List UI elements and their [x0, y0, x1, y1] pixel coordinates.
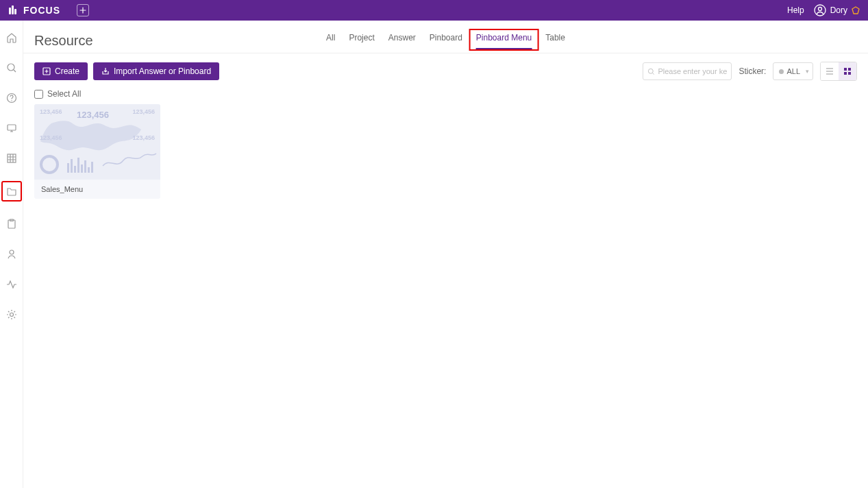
- help-link[interactable]: Help: [787, 5, 804, 15]
- sidebar-user-icon[interactable]: [4, 247, 19, 262]
- search-input[interactable]: [658, 67, 727, 75]
- svg-rect-23: [74, 166, 76, 173]
- left-sidebar: [0, 21, 23, 488]
- sticker-dot-icon: [779, 69, 784, 74]
- select-all-checkbox[interactable]: [34, 90, 43, 99]
- svg-rect-21: [67, 163, 69, 173]
- svg-point-4: [818, 8, 821, 11]
- svg-point-5: [8, 64, 14, 71]
- create-label: Create: [55, 66, 79, 76]
- svg-point-13: [10, 313, 13, 317]
- sidebar-resource-icon[interactable]: [1, 181, 22, 202]
- svg-rect-17: [848, 68, 851, 71]
- svg-rect-18: [844, 72, 847, 75]
- import-button[interactable]: Import Answer or Pinboard: [93, 62, 219, 80]
- resource-card[interactable]: 123,456 123,456 123,456 123,456 123,456 …: [34, 104, 160, 199]
- svg-rect-28: [91, 162, 93, 173]
- sidebar-home-icon[interactable]: [4, 30, 19, 45]
- user-name: Dory: [830, 5, 847, 15]
- resource-tabs: All Project Answer Pinboard Pinboard Men…: [319, 29, 572, 51]
- search-icon: [647, 68, 655, 75]
- svg-rect-16: [844, 68, 847, 71]
- tab-project[interactable]: Project: [342, 29, 381, 51]
- svg-rect-24: [77, 158, 79, 173]
- svg-rect-0: [9, 8, 11, 14]
- svg-rect-27: [88, 167, 90, 173]
- svg-rect-19: [848, 72, 851, 75]
- sidebar-activity-icon[interactable]: [4, 277, 19, 292]
- svg-rect-8: [8, 125, 16, 130]
- tab-pinboard[interactable]: Pinboard: [423, 29, 469, 51]
- page-header: Resource All Project Answer Pinboard Pin…: [23, 21, 868, 53]
- search-input-wrap[interactable]: [643, 62, 732, 80]
- tab-answer[interactable]: Answer: [382, 29, 423, 51]
- sticker-label: Sticker:: [739, 66, 766, 76]
- logo-icon: [8, 5, 19, 16]
- toolbar: Create Import Answer or Pinboard Sticker…: [23, 53, 868, 89]
- top-bar: FOCUS Help Dory: [0, 0, 868, 21]
- sidebar-clipboard-icon[interactable]: [4, 217, 19, 232]
- svg-rect-26: [84, 160, 86, 173]
- brand-name: FOCUS: [23, 5, 60, 16]
- sticker-value: ALL: [786, 67, 800, 75]
- tab-pinboard-menu[interactable]: Pinboard Menu: [469, 29, 538, 51]
- import-icon: [101, 67, 110, 75]
- svg-point-20: [41, 156, 58, 173]
- sidebar-search-icon[interactable]: [4, 60, 19, 75]
- view-toggle: [820, 62, 857, 81]
- brand-logo[interactable]: FOCUS: [8, 5, 60, 16]
- main-content: Resource All Project Answer Pinboard Pin…: [23, 21, 868, 488]
- tab-table[interactable]: Table: [538, 29, 572, 51]
- svg-rect-1: [12, 5, 14, 14]
- user-avatar-icon: [814, 4, 826, 16]
- card-grid: 123,456 123,456 123,456 123,456 123,456 …: [23, 104, 868, 199]
- svg-point-15: [649, 69, 654, 73]
- list-view-button[interactable]: [821, 62, 839, 80]
- plus-box-icon: [42, 67, 51, 75]
- svg-rect-25: [81, 164, 83, 173]
- sidebar-settings-icon[interactable]: [4, 307, 19, 322]
- grid-view-button[interactable]: [839, 62, 856, 80]
- create-button[interactable]: Create: [34, 62, 88, 80]
- sidebar-help-icon[interactable]: [4, 90, 19, 106]
- card-title: Sales_Menu: [34, 180, 160, 199]
- new-button[interactable]: [77, 4, 89, 16]
- import-label: Import Answer or Pinboard: [114, 66, 211, 76]
- chevron-down-icon: ▾: [806, 68, 809, 75]
- sidebar-grid-icon[interactable]: [4, 151, 19, 166]
- svg-rect-9: [8, 154, 16, 162]
- user-menu[interactable]: Dory: [814, 4, 860, 16]
- card-thumbnail: 123,456 123,456 123,456 123,456 123,456: [34, 104, 160, 180]
- page-title: Resource: [34, 33, 93, 49]
- select-all-row: Select All: [23, 89, 868, 104]
- sidebar-monitor-icon[interactable]: [4, 121, 19, 136]
- svg-point-7: [11, 100, 12, 101]
- svg-point-12: [10, 250, 14, 254]
- select-all-label: Select All: [47, 89, 81, 99]
- svg-rect-22: [71, 159, 73, 173]
- crown-icon: [852, 6, 860, 14]
- svg-rect-2: [14, 9, 16, 14]
- tab-all[interactable]: All: [319, 29, 342, 51]
- sticker-select[interactable]: ALL ▾: [773, 62, 813, 80]
